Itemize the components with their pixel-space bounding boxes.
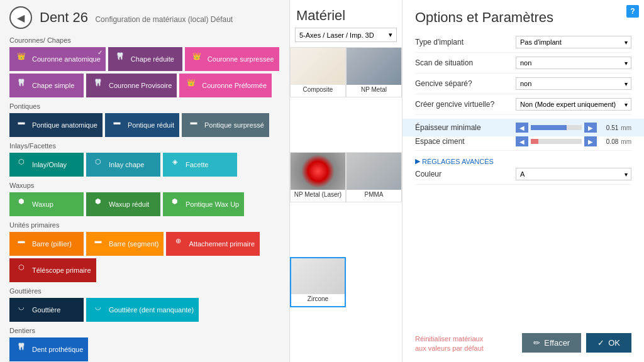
chape2-icon: 🦷 [14, 79, 28, 92]
section-label-gouttieres: Gouttières [9, 287, 280, 295]
inlays-row: ⬡ Inlay/Onlay ⬡ Inlay chape ◈ Facette [9, 153, 280, 177]
composite-label: Composite [302, 85, 335, 94]
btn-pontique-wax-up[interactable]: ⬢ Pontique Wax Up [163, 192, 244, 216]
effacer-label: Effacer [544, 338, 570, 348]
epaisseur-increase-btn[interactable]: ▶ [584, 123, 597, 133]
btn-waxup-reduit[interactable]: ⬢ Waxup réduit [86, 192, 160, 216]
epaisseur-track [531, 125, 582, 130]
btn-couronne-provisoire[interactable]: 🦷 Couronne Provisoire [86, 74, 177, 97]
back-button[interactable]: ◀ [9, 6, 32, 29]
wax-icon: ⬢ [14, 197, 28, 211]
wax2-icon: ⬢ [91, 197, 105, 211]
help-button[interactable]: ? [626, 5, 639, 18]
btn-gouttiere[interactable]: ◡ Gouttière [9, 298, 84, 322]
zircone-label: Zircone [306, 294, 330, 304]
header: ◀ Dent 26 Configuration de matériaux (lo… [9, 6, 280, 29]
np-metal-preview [347, 48, 401, 85]
btn-couronne-anatomique[interactable]: 👑 Couronne anatomique [9, 47, 106, 71]
select-gencive-virt-wrap: Non (Mode expert uniquement) [516, 98, 631, 111]
crown-icon: 👑 [14, 52, 28, 66]
epaisseur-decrease-btn[interactable]: ◀ [516, 123, 528, 133]
select-type-implant[interactable]: Pas d'implant [516, 36, 631, 48]
materiel-dropdown[interactable]: 5-Axes / Laser / Imp. 3D ▾ [295, 28, 397, 42]
btn-pontique-surpresse[interactable]: ▬ Pontique surpressé [182, 113, 269, 137]
bottom-actions: Réinitialiser matériauxaux valeurs par d… [415, 333, 631, 353]
wax3-icon: ⬢ [168, 197, 182, 211]
unites-row: ▬ Barre (pillier) ▬ Barre (segment) ⊕ At… [9, 232, 280, 256]
select-type-implant-wrap: Pas d'implant [516, 36, 631, 48]
pont-sur-icon: ▬ [187, 118, 201, 132]
materiel-panel: Matériel 5-Axes / Laser / Imp. 3D ▾ Comp… [289, 0, 402, 362]
crown2-icon: 👑 [190, 52, 204, 66]
btn-barre-segment[interactable]: ▬ Barre (segment) [86, 232, 164, 256]
select-scan[interactable]: non [516, 57, 631, 69]
mat-composite[interactable]: Composite [290, 47, 346, 97]
btn-chape-simple[interactable]: 🦷 Chape simple [9, 74, 84, 97]
section-label-unites: Unités primaires [9, 221, 280, 229]
param-espace-ciment: Espace ciment ◀ ▶ 0.08 mm [415, 136, 631, 151]
btn-inlay-onlay[interactable]: ⬡ Inlay/Onlay [9, 153, 84, 177]
ok-button[interactable]: ✓ OK [586, 333, 631, 353]
btn-attachement-primaire[interactable]: ⊕ Attachement primaire [166, 232, 260, 256]
ok-icon: ✓ [597, 338, 604, 348]
mat-pmma[interactable]: PMMA [346, 152, 402, 202]
label-couleur: Couleur [415, 170, 516, 178]
pre-icon: 👑 [184, 79, 198, 92]
mat-np-metal[interactable]: NP Metal [346, 47, 402, 97]
ciment-fill [531, 139, 538, 144]
ciment-decrease-btn[interactable]: ◀ [516, 136, 528, 146]
select-gencive-sep[interactable]: non [516, 77, 631, 90]
pmma-label: PMMA [364, 190, 385, 199]
pontiques-row: ▬ Pontique anatomique ▬ Pontique réduit … [9, 113, 280, 137]
btn-pontique-anatomique[interactable]: ▬ Pontique anatomique [9, 113, 103, 137]
select-couleur[interactable]: A [516, 168, 631, 180]
section-label-inlays: Inlays/Facettes [9, 142, 280, 150]
np-metal-laser-preview [291, 153, 345, 190]
select-gencive-sep-wrap: non [516, 77, 631, 90]
label-espace-ciment: Espace ciment [415, 137, 516, 146]
gout2-icon: ◡ [91, 303, 105, 317]
ciment-increase-btn[interactable]: ▶ [584, 136, 597, 146]
btn-inlay-chape[interactable]: ⬡ Inlay chape [86, 153, 160, 177]
effacer-button[interactable]: ✏ Effacer [522, 333, 581, 353]
left-panel: ◀ Dent 26 Configuration de matériaux (lo… [0, 0, 289, 362]
select-gencive-virt[interactable]: Non (Mode expert uniquement) [516, 98, 631, 111]
options-panel: Options et Paramètres Type d'implant Pas… [402, 0, 644, 362]
btn-couronne-preformee[interactable]: 👑 Couronne Préformée [179, 74, 272, 97]
zircone-preview [291, 258, 345, 294]
btn-pontique-reduit[interactable]: ▬ Pontique réduit [105, 113, 179, 137]
btn-barre-pillier[interactable]: ▬ Barre (pillier) [9, 232, 84, 256]
label-type-implant: Type d'implant [415, 38, 516, 47]
btn-gouttiere-dent-manquante[interactable]: ◡ Gouttière (dent manquante) [86, 298, 199, 322]
ok-label: OK [608, 338, 620, 348]
btn-waxup[interactable]: ⬢ Waxup [9, 192, 84, 216]
btn-dent-prothetique[interactable]: 🦷 Dent prothétique [9, 337, 88, 361]
effacer-icon: ✏ [533, 338, 540, 348]
barre-icon: ▬ [14, 237, 28, 251]
param-gencive-virt: Créer gencive virtuelle? Non (Mode exper… [415, 98, 631, 115]
param-couleur: Couleur A [415, 168, 631, 185]
section-label-waxups: Waxups [9, 182, 280, 189]
btn-couronne-surpressee[interactable]: 👑 Couronne surpressee [185, 47, 279, 71]
np-metal-label: NP Metal [360, 85, 388, 94]
mat-np-metal-laser[interactable]: NP Metal (Laser) [290, 152, 346, 202]
advanced-label: RÉGLAGES AVANCÉS [422, 158, 494, 165]
btn-chape-reduite[interactable]: 🦷 Chape réduite [108, 47, 182, 71]
pont-anat-icon: ▬ [14, 118, 28, 132]
epaisseur-unit: mm [621, 124, 631, 131]
dentiers-row: 🦷 Dent prothétique [9, 337, 280, 361]
btn-telescope-primaire[interactable]: ⬡ Téléscope primaire [9, 258, 96, 282]
pont-red-icon: ▬ [110, 118, 124, 132]
ciment-value: 0.08 [599, 138, 618, 145]
advanced-link[interactable]: ▶ RÉGLAGES AVANCÉS [415, 155, 631, 168]
couronnes-row: 👑 Couronne anatomique 🦷 Chape réduite 👑 … [9, 47, 280, 71]
section-label-pontiques: Pontiques [9, 102, 280, 110]
slider-epaisseur-container: ◀ ▶ 0.51 mm [516, 123, 631, 133]
select-couleur-wrap: A [516, 168, 631, 180]
couronnes-row2: 🦷 Chape simple 🦷 Couronne Provisoire 👑 C… [9, 74, 280, 97]
btn-facette[interactable]: ◈ Facette [163, 153, 237, 177]
mat-zircone[interactable]: Zircone [290, 257, 346, 307]
reset-label: Réinitialiser matériauxaux valeurs par d… [415, 335, 484, 351]
page-subtitle: Configuration de matériaux (local) Défau… [95, 15, 233, 24]
reset-link[interactable]: Réinitialiser matériauxaux valeurs par d… [415, 334, 484, 353]
